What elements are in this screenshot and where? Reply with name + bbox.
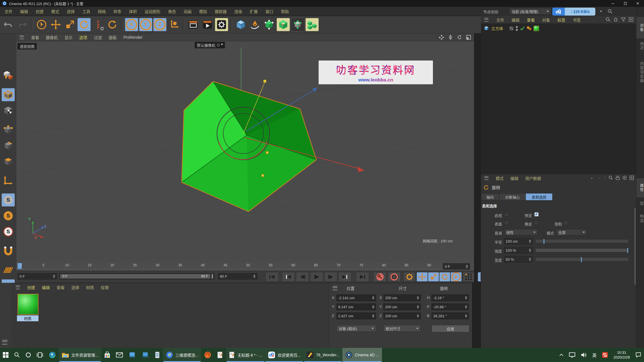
camera-label[interactable]: 默认摄像机 bbox=[195, 42, 225, 48]
range-handle[interactable] bbox=[212, 274, 213, 279]
enable-checkbox[interactable] bbox=[504, 212, 509, 217]
key-scale-button[interactable] bbox=[428, 272, 439, 282]
taskbar-wondershare-button[interactable]: 76_Wonder... bbox=[304, 348, 342, 362]
mat-menu-view[interactable]: 查看 bbox=[57, 285, 65, 290]
width-field[interactable]: 50 % bbox=[504, 256, 533, 262]
record-keyframe-button[interactable] bbox=[373, 272, 387, 282]
add-subdivision-surface-button[interactable] bbox=[263, 18, 276, 31]
phong-tag-icon[interactable] bbox=[527, 26, 531, 30]
tray-display-button[interactable] bbox=[566, 352, 578, 358]
radius-field[interactable]: 100 cm bbox=[504, 238, 533, 244]
om-menu-view[interactable]: 查看 bbox=[527, 17, 535, 23]
menu-mograph[interactable]: 运动图形 bbox=[145, 8, 160, 14]
lock-x-axis-button[interactable]: X bbox=[125, 18, 138, 31]
tab-object-axis[interactable]: 对象轴心 bbox=[499, 193, 526, 200]
tray-volume-button[interactable] bbox=[578, 352, 589, 357]
om-menu-objects[interactable]: 对象 bbox=[542, 17, 550, 23]
om-home-icon[interactable] bbox=[613, 17, 618, 22]
play-button[interactable] bbox=[310, 272, 323, 282]
rot-p-field[interactable]: -20.88 ° bbox=[432, 303, 469, 310]
key-pla-button[interactable] bbox=[463, 272, 474, 282]
pos-x-field[interactable]: -2.141 cm bbox=[336, 294, 376, 301]
position-mode-dropdown[interactable]: 对象 (相对) bbox=[336, 325, 376, 332]
spinner-icon[interactable] bbox=[466, 265, 468, 268]
live-selection-tool[interactable] bbox=[35, 18, 48, 31]
axis-mode-button[interactable] bbox=[2, 174, 15, 187]
pan-view-icon[interactable] bbox=[439, 35, 444, 40]
menu-file[interactable]: 文件 bbox=[5, 8, 12, 14]
width-slider[interactable] bbox=[535, 257, 629, 261]
vp-menu-prorender[interactable]: ProRender bbox=[123, 35, 143, 40]
eraser-checkbox[interactable] bbox=[534, 221, 539, 225]
menu-tools[interactable]: 工具 bbox=[82, 8, 90, 14]
mat-menu-material[interactable]: 材质 bbox=[86, 285, 94, 290]
view-name-label[interactable]: 透视视图 bbox=[18, 43, 37, 49]
vp-menu-camera[interactable]: 摄像机 bbox=[46, 35, 58, 40]
surface-checkbox[interactable] bbox=[504, 221, 509, 225]
menu-simulate[interactable]: 模拟 bbox=[199, 8, 207, 14]
baidu-netdisk-overlay[interactable]: ↓ 119 KB/s bbox=[552, 8, 595, 16]
vp-menu-panel[interactable]: 面板 bbox=[109, 35, 117, 40]
enable-snap-button[interactable]: S bbox=[2, 193, 15, 206]
mat-menu-edit[interactable]: 编辑 bbox=[42, 285, 50, 290]
vp-menu-options[interactable]: 选项 bbox=[79, 35, 87, 40]
back-arrow-icon[interactable]: ← bbox=[590, 175, 594, 180]
enabled-check-icon[interactable] bbox=[520, 26, 525, 30]
target-icon[interactable] bbox=[622, 176, 627, 180]
forward-arrow-icon[interactable]: → bbox=[597, 175, 601, 180]
render-view-button[interactable] bbox=[187, 18, 200, 31]
viewport-hamburger-icon[interactable] bbox=[20, 35, 24, 39]
size-y-field[interactable]: 200 cm bbox=[383, 303, 421, 310]
menu-render[interactable]: 渲染 bbox=[234, 8, 242, 14]
attr-hamburger-icon[interactable] bbox=[484, 176, 488, 180]
om-menu-bookmarks[interactable]: 书签 bbox=[573, 17, 581, 23]
vp-menu-filter[interactable]: 过滤 bbox=[94, 35, 102, 40]
om-add-icon[interactable] bbox=[629, 17, 633, 22]
add-primitive-button[interactable] bbox=[234, 18, 247, 31]
object-name[interactable]: 立方体 bbox=[491, 25, 503, 31]
om-menu-file[interactable]: 文件 bbox=[496, 17, 504, 23]
taskbar-explorer-button[interactable]: 文件资源管理... bbox=[59, 348, 101, 362]
rotate-alt-tool[interactable] bbox=[106, 18, 119, 31]
menu-animate[interactable]: 动画 bbox=[184, 8, 192, 14]
visibility-dots-icon[interactable] bbox=[516, 26, 518, 31]
attr-scrollbar[interactable] bbox=[634, 208, 636, 285]
current-frame-field[interactable]: 0 F bbox=[18, 273, 57, 279]
taskbar-c4d-button[interactable]: Cinema 4D ... bbox=[342, 348, 382, 362]
add-mograph-button[interactable] bbox=[306, 18, 319, 31]
next-key-button[interactable] bbox=[338, 272, 351, 282]
goto-start-button[interactable] bbox=[265, 272, 278, 282]
coordinate-system-button[interactable] bbox=[168, 18, 181, 31]
device-laptop2-button[interactable] bbox=[139, 348, 152, 362]
add-generator-button[interactable] bbox=[277, 18, 290, 31]
move-tool[interactable] bbox=[49, 18, 62, 31]
scale-tool[interactable] bbox=[63, 18, 76, 31]
lock-y-axis-button[interactable]: Y bbox=[139, 18, 152, 31]
tab-axis[interactable]: 轴向 bbox=[481, 193, 499, 200]
material-thumbnail[interactable] bbox=[18, 294, 38, 315]
mail-button[interactable] bbox=[113, 348, 126, 362]
key-parameter-button[interactable]: P bbox=[450, 272, 462, 282]
menu-select[interactable]: 选择 bbox=[67, 8, 75, 14]
limit-checkbox[interactable] bbox=[564, 221, 568, 225]
edge-button[interactable] bbox=[46, 348, 59, 362]
notification-center-button[interactable] bbox=[633, 352, 644, 358]
magnet-snap-button[interactable] bbox=[2, 244, 15, 257]
make-editable-button[interactable] bbox=[2, 69, 15, 82]
tray-sogou-button[interactable] bbox=[599, 352, 611, 358]
apply-button[interactable]: 应用 bbox=[432, 325, 469, 332]
material-tag-icon[interactable] bbox=[534, 26, 539, 31]
notepad-button[interactable] bbox=[214, 348, 226, 362]
size-mode-dropdown[interactable]: 绝对尺寸 bbox=[383, 325, 421, 332]
lock-z-axis-button[interactable]: Z bbox=[153, 18, 166, 31]
timeline-ruler[interactable]: 051015202530354045505560657075808590 0 F bbox=[16, 262, 474, 271]
node-space-dropdown[interactable]: 当前 (标准/物理) bbox=[509, 8, 551, 15]
prev-frame-button[interactable] bbox=[296, 272, 309, 282]
falloff-dropdown[interactable]: 线性 bbox=[504, 229, 538, 235]
spinner-icon[interactable] bbox=[53, 275, 55, 278]
material-name[interactable]: 材质 bbox=[17, 315, 38, 321]
tab-layers[interactable]: 层 bbox=[636, 199, 644, 208]
zoom-view-icon[interactable] bbox=[448, 35, 453, 40]
menu-spline[interactable]: 样条 bbox=[113, 8, 121, 14]
device-tablet-button[interactable] bbox=[152, 348, 163, 362]
